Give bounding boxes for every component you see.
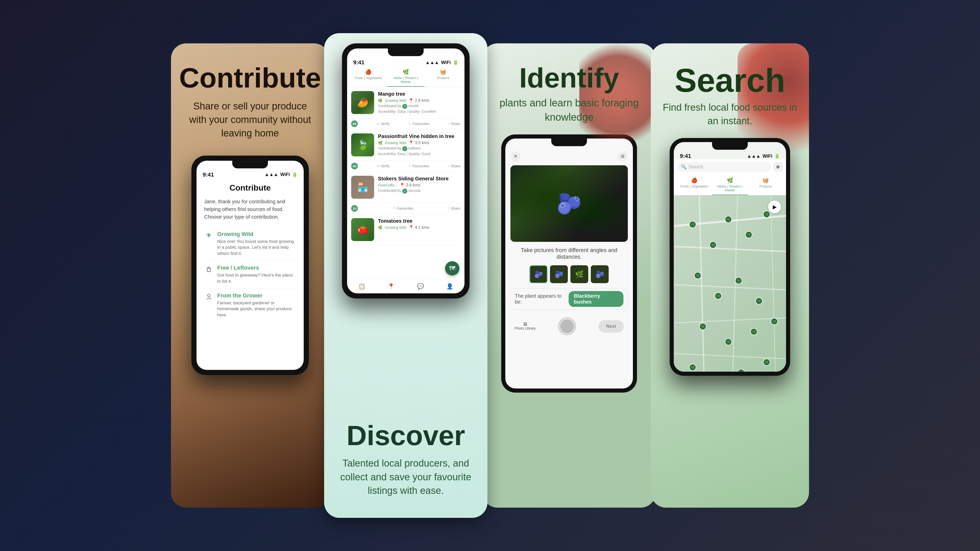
discover-phone-area: 9:41 ▲▲▲ WiFi 🔋 🍎 Fruits | Vegetables bbox=[342, 33, 469, 419]
mango-fav[interactable]: ♡ Favourites bbox=[408, 121, 429, 127]
passion-count: 40 bbox=[351, 163, 358, 169]
passion-verified: 40 bbox=[351, 163, 358, 169]
discover-bottom-nav: 📋 📍 💬 👤 bbox=[347, 280, 465, 293]
from-grower-text: From the Grower Farmer, backyard gardene… bbox=[217, 292, 296, 318]
thumb-4[interactable]: 🫐 bbox=[591, 265, 609, 283]
search-tab-herbs[interactable]: 🌿 Herbs | Flowers | Weeds bbox=[712, 174, 748, 195]
plant-result: The plant appears to be: Blackberry bush… bbox=[511, 288, 628, 310]
phone-notch bbox=[232, 161, 268, 168]
panel-contribute: Contribute Share or sell your produce wi… bbox=[171, 43, 329, 508]
store-count: 10 bbox=[351, 205, 358, 212]
listing-mango[interactable]: Mango tree 🌿 Growing Wild 📍 2.8 kms Cont… bbox=[347, 87, 465, 118]
store-name: Stokers Siding General Store bbox=[378, 176, 460, 182]
status-icons: ▲▲▲ WiFi 🔋 bbox=[265, 171, 298, 178]
mango-distance: 📍 2.8 kms bbox=[409, 98, 429, 103]
free-leftovers-title: Free / Leftovers bbox=[217, 265, 296, 271]
option-from-grower[interactable]: From the Grower Farmer, backyard gardene… bbox=[204, 289, 296, 322]
option-free-leftovers[interactable]: Free / Leftovers Got food to giveaway? H… bbox=[204, 261, 296, 289]
mango-share[interactable]: ↑ Share bbox=[448, 121, 460, 127]
svg-line-4 bbox=[699, 195, 704, 372]
store-share[interactable]: ↑ Share bbox=[448, 205, 460, 212]
settings-button[interactable]: ⚙ bbox=[617, 151, 628, 162]
identify-footer: 🖼 Photo Library Next bbox=[511, 315, 628, 338]
nav-home[interactable]: 📋 bbox=[358, 283, 365, 290]
identify-close-row: ✕ ⚙ bbox=[511, 151, 628, 162]
nav-map[interactable]: 📍 bbox=[388, 283, 395, 290]
mango-quality: Accesibility: Easy | Quality: Excellent bbox=[378, 110, 460, 114]
panel-identify: Identify plants and learn basic foraging… bbox=[482, 43, 656, 508]
home-icon: 📋 bbox=[358, 283, 365, 290]
battery-icon: 🔋 bbox=[292, 172, 298, 178]
discover-battery: 🔋 bbox=[453, 60, 458, 65]
tomato-icon: 🌿 bbox=[378, 225, 382, 230]
tab-fruits-veg[interactable]: 🍎 Fruits | Vegetables bbox=[350, 66, 387, 87]
nav-profile[interactable]: 👤 bbox=[446, 283, 453, 290]
map-fab-button[interactable]: 🗺 bbox=[445, 261, 460, 275]
store-fav[interactable]: ♡ Favourites bbox=[393, 205, 414, 212]
listing-passion[interactable]: Passionfruit Vine hidden in tree 🌿 Growi… bbox=[347, 129, 465, 161]
mango-verify[interactable]: ✓ Verify bbox=[377, 121, 390, 127]
discover-wifi: WiFi bbox=[441, 60, 451, 65]
free-leftovers-text: Free / Leftovers Got food to giveaway? H… bbox=[217, 265, 296, 284]
herbs-icon: 🌿 bbox=[403, 69, 409, 75]
identify-header: Identify plants and learn basic foraging… bbox=[495, 64, 643, 124]
store-distance: 📍 3.6 kms bbox=[400, 183, 420, 187]
tomato-name: Tomatoes tree bbox=[378, 218, 460, 224]
passion-share[interactable]: ↑ Share bbox=[448, 163, 460, 169]
passion-name: Passionfruit Vine hidden in tree bbox=[378, 133, 460, 139]
search-notch bbox=[712, 142, 748, 150]
passion-fav[interactable]: ♡ Favourites bbox=[408, 163, 429, 169]
identify-phone: ✕ ⚙ 🫐 Take pictures from different angle… bbox=[501, 135, 637, 392]
produce-icon: 🧺 bbox=[440, 69, 446, 75]
herbs-label: Herbs | Flowers | Weeds bbox=[389, 76, 423, 84]
passion-distance: 📍 3.5 kms bbox=[409, 140, 429, 145]
thumb-2[interactable]: 🫐 bbox=[550, 265, 568, 283]
next-button[interactable]: Next bbox=[598, 320, 624, 333]
search-tab-fruits[interactable]: 🍎 Fruits | Vegetables bbox=[676, 174, 712, 195]
nav-chat[interactable]: 💬 bbox=[417, 283, 424, 290]
tab-produce[interactable]: 🧺 Produce bbox=[425, 66, 462, 87]
tomato-distance: 📍 4.1 kms bbox=[409, 225, 429, 230]
tomato-image bbox=[351, 218, 374, 241]
signal-icon: ▲▲▲ bbox=[265, 172, 278, 177]
search-tab-produce[interactable]: 🧺 Produce bbox=[748, 174, 783, 195]
passion-image bbox=[351, 133, 374, 156]
plant-photo: 🫐 bbox=[511, 165, 628, 242]
status-bar: 9:41 ▲▲▲ WiFi 🔋 bbox=[197, 168, 304, 178]
map-view[interactable]: 🌿 🌿 🌿 🌿 🌿 🌿 🌿 🌿 🌿 🌿 🌿 🌿 🌿 🌿 🌿 🌿 bbox=[674, 195, 786, 372]
from-grower-icon bbox=[204, 292, 213, 302]
search-input[interactable]: 🔍 Search bbox=[677, 162, 771, 171]
svg-rect-0 bbox=[207, 268, 210, 272]
mango-actions: 68 ✓ Verify ♡ Favourites ↑ Share bbox=[347, 118, 465, 129]
contribute-screen-content: Contribute Jane, thank you for contribut… bbox=[197, 178, 304, 327]
mango-info: Mango tree 🌿 Growing Wild 📍 2.8 kms Cont… bbox=[378, 91, 460, 114]
search-produce-label: Produce bbox=[759, 184, 772, 188]
identify-screen: ✕ ⚙ 🫐 Take pictures from different angle… bbox=[505, 138, 633, 389]
photo-lib-label: Photo Library bbox=[514, 326, 536, 330]
option-growing-wild[interactable]: Growing Wild Nice one! You found some fo… bbox=[204, 227, 296, 261]
passion-verify[interactable]: ✓ Verify bbox=[377, 163, 390, 169]
photo-library-button[interactable]: 🖼 Photo Library bbox=[514, 322, 536, 330]
discover-screen: 9:41 ▲▲▲ WiFi 🔋 🍎 Fruits | Vegetables bbox=[347, 48, 465, 293]
mango-type: Growing Wild bbox=[385, 98, 406, 103]
thumb-1[interactable]: 🫐 bbox=[530, 265, 547, 283]
contribute-screen: 9:41 ▲▲▲ WiFi 🔋 Contribute Jane, thank y… bbox=[197, 161, 304, 370]
mango-meta: 🌿 Growing Wild 📍 2.8 kms bbox=[378, 98, 460, 103]
thumb-3[interactable]: 🌿 bbox=[570, 265, 588, 283]
tab-herbs-flowers[interactable]: 🌿 Herbs | Flowers | Weeds bbox=[387, 66, 425, 87]
search-fruits-icon: 🍎 bbox=[691, 177, 697, 183]
camera-button[interactable] bbox=[558, 318, 576, 335]
listing-tomato[interactable]: Tomatoes tree 🌿 Growing Wild 📍 4.1 kms bbox=[347, 214, 465, 245]
svg-line-6 bbox=[771, 195, 776, 372]
chat-icon: 💬 bbox=[417, 283, 424, 290]
close-button[interactable]: ✕ bbox=[511, 151, 520, 162]
listing-store[interactable]: Stokers Siding General Store Free/Lefto.… bbox=[347, 171, 465, 203]
panel-discover: 9:41 ▲▲▲ WiFi 🔋 🍎 Fruits | Vegetables bbox=[324, 33, 487, 518]
passion-type: Growing Wild bbox=[385, 141, 406, 145]
discover-status: 9:41 ▲▲▲ WiFi 🔋 bbox=[347, 56, 465, 66]
filter-button[interactable]: ⚙ bbox=[773, 162, 783, 171]
from-grower-title: From the Grower bbox=[217, 292, 296, 299]
growing-wild-title: Growing Wild bbox=[217, 231, 296, 238]
plant-badge: Blackberry bushes bbox=[569, 291, 624, 307]
mango-verified: 68 bbox=[351, 121, 358, 127]
